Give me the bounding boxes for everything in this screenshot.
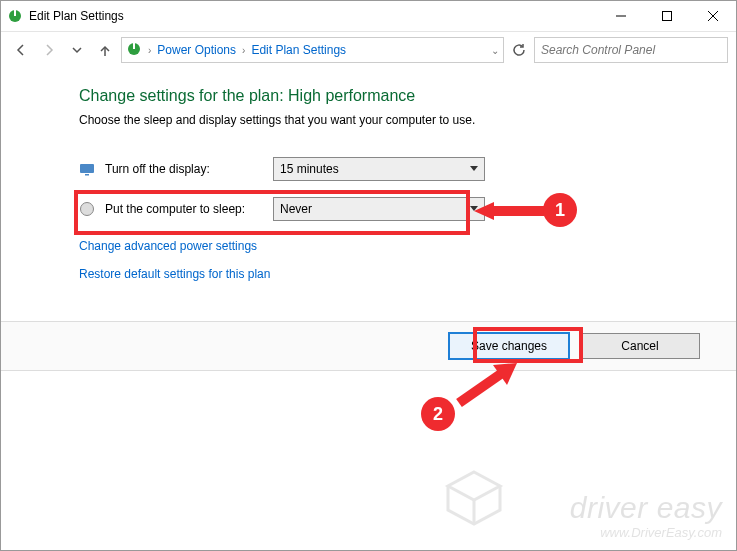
search-placeholder: Search Control Panel: [541, 43, 655, 57]
svg-rect-8: [133, 43, 135, 49]
page-subtext: Choose the sleep and display settings th…: [79, 113, 736, 127]
recent-locations-button[interactable]: [65, 38, 89, 62]
sleep-label: Put the computer to sleep:: [105, 202, 273, 216]
window-title: Edit Plan Settings: [29, 9, 598, 23]
chevron-right-icon: ›: [148, 45, 151, 56]
button-strip: Save changes Cancel: [1, 321, 736, 371]
display-timeout-value: 15 minutes: [280, 162, 339, 176]
window-controls: [598, 1, 736, 31]
address-bar[interactable]: › Power Options › Edit Plan Settings ⌄: [121, 37, 504, 63]
cancel-label: Cancel: [621, 339, 658, 353]
link-advanced-settings[interactable]: Change advanced power settings: [79, 239, 736, 253]
minimize-button[interactable]: [598, 1, 644, 31]
svg-rect-3: [663, 12, 672, 21]
up-button[interactable]: [93, 38, 117, 62]
nav-bar: › Power Options › Edit Plan Settings ⌄ S…: [1, 32, 736, 68]
chevron-down-icon[interactable]: ⌄: [491, 45, 499, 56]
forward-button[interactable]: [37, 38, 61, 62]
cancel-button[interactable]: Cancel: [580, 333, 700, 359]
sleep-icon: [79, 201, 95, 217]
maximize-button[interactable]: [644, 1, 690, 31]
chevron-right-icon: ›: [242, 45, 245, 56]
refresh-button[interactable]: [508, 39, 530, 61]
sleep-timeout-select[interactable]: Never: [273, 197, 485, 221]
page-heading: Change settings for the plan: High perfo…: [79, 87, 736, 105]
sleep-timeout-value: Never: [280, 202, 312, 216]
link-restore-defaults[interactable]: Restore default settings for this plan: [79, 267, 736, 281]
close-button[interactable]: [690, 1, 736, 31]
display-icon: [79, 161, 95, 177]
app-icon: [7, 8, 23, 24]
svg-rect-9: [80, 164, 94, 173]
svg-rect-10: [85, 174, 89, 176]
back-button[interactable]: [9, 38, 33, 62]
titlebar: Edit Plan Settings: [1, 1, 736, 32]
breadcrumb-power-options[interactable]: Power Options: [157, 43, 236, 57]
save-changes-label: Save changes: [471, 339, 547, 353]
svg-point-11: [81, 203, 94, 216]
save-changes-button[interactable]: Save changes: [448, 332, 570, 360]
svg-rect-1: [14, 10, 16, 16]
control-panel-icon: [126, 41, 142, 60]
row-turn-off-display: Turn off the display: 15 minutes: [79, 155, 736, 183]
display-label: Turn off the display:: [105, 162, 273, 176]
search-input[interactable]: Search Control Panel: [534, 37, 728, 63]
content-area: Change settings for the plan: High perfo…: [1, 69, 736, 550]
breadcrumb-edit-plan-settings[interactable]: Edit Plan Settings: [251, 43, 346, 57]
row-put-to-sleep: Put the computer to sleep: Never: [79, 195, 736, 223]
display-timeout-select[interactable]: 15 minutes: [273, 157, 485, 181]
window: Edit Plan Settings › Power Options › Edi…: [0, 0, 737, 551]
